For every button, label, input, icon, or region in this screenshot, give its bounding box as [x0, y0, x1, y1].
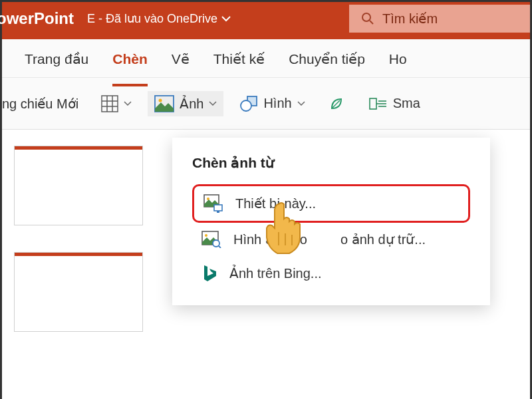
search-icon — [361, 12, 374, 25]
insert-bing-images[interactable]: Ảnh trên Bing... — [192, 256, 470, 291]
slide-thumbnails — [2, 130, 155, 399]
svg-line-22 — [219, 246, 221, 248]
ribbon: ng chiếu Mới Ảnh Hình Sma — [2, 78, 530, 130]
insert-from-device[interactable]: Thiết bị này... — [192, 184, 470, 223]
table-button[interactable] — [94, 91, 138, 116]
title-bar: owerPoint E - Đã lưu vào OneDrive Tìm ki… — [2, 2, 530, 35]
search-placeholder: Tìm kiếm — [382, 11, 438, 27]
svg-point-0 — [362, 13, 370, 21]
chevron-down-icon — [209, 101, 217, 106]
svg-rect-11 — [370, 98, 376, 109]
doc-status-text: E - Đã lưu vào OneDrive — [87, 11, 217, 26]
app-name: owerPoint — [0, 9, 82, 28]
app-frame: owerPoint E - Đã lưu vào OneDrive Tìm ki… — [0, 0, 532, 399]
doc-status-dropdown[interactable]: E - Đã lưu vào OneDrive — [87, 11, 231, 26]
bing-icon — [201, 264, 217, 283]
new-slide-button[interactable]: ng chiếu Mới — [2, 92, 85, 116]
smartart-button[interactable]: Sma — [362, 92, 427, 116]
tab-design[interactable]: Thiết kế — [213, 51, 265, 77]
svg-rect-2 — [102, 96, 118, 112]
icons-button[interactable] — [321, 91, 353, 116]
insert-stock-images[interactable]: Hình ảnh tro o ảnh dự trữ... — [192, 223, 470, 256]
chevron-down-icon — [221, 15, 231, 22]
chevron-down-icon — [297, 101, 305, 106]
picture-label: Ảnh — [180, 96, 203, 112]
shapes-icon — [239, 95, 258, 112]
device-picture-icon — [203, 194, 223, 213]
svg-rect-17 — [214, 205, 222, 211]
table-icon — [101, 95, 118, 112]
slide-accent — [15, 146, 142, 150]
shapes-label: Hình — [263, 96, 291, 111]
new-slide-label: ng chiếu Mới — [2, 96, 78, 112]
picture-button[interactable]: Ảnh — [148, 91, 223, 116]
slide-thumbnail[interactable] — [14, 252, 143, 332]
search-box[interactable]: Tìm kiếm — [349, 5, 530, 33]
leaf-icon — [328, 95, 346, 112]
dropdown-title: Chèn ảnh từ — [192, 155, 470, 171]
shapes-button[interactable]: Hình — [233, 91, 311, 116]
svg-point-10 — [241, 100, 251, 111]
slide-accent — [15, 253, 142, 256]
tab-insert[interactable]: Chèn — [112, 51, 148, 77]
svg-line-1 — [370, 21, 373, 24]
svg-point-8 — [159, 98, 162, 102]
tab-draw[interactable]: Vẽ — [172, 51, 190, 77]
hand-cursor-icon — [259, 199, 315, 259]
chevron-down-icon — [124, 101, 132, 106]
svg-rect-18 — [217, 211, 219, 213]
slide-thumbnail[interactable] — [14, 146, 143, 225]
dropdown-item-label: Ảnh trên Bing... — [229, 265, 322, 281]
tab-transitions[interactable]: Chuyển tiếp — [289, 51, 365, 77]
stock-picture-icon — [201, 231, 221, 248]
ribbon-tabs: Trang đầu Chèn Vẽ Thiết kế Chuyển tiếp H… — [2, 39, 530, 78]
svg-point-21 — [213, 240, 219, 247]
tab-home[interactable]: Trang đầu — [25, 51, 88, 77]
svg-point-20 — [205, 234, 207, 237]
smartart-icon — [369, 96, 388, 112]
tab-more[interactable]: Ho — [389, 51, 407, 77]
picture-icon — [154, 95, 174, 112]
insert-picture-dropdown: Chèn ảnh từ Thiết bị này... Hình ảnh tro… — [172, 138, 490, 305]
smartart-label: Sma — [393, 96, 420, 111]
